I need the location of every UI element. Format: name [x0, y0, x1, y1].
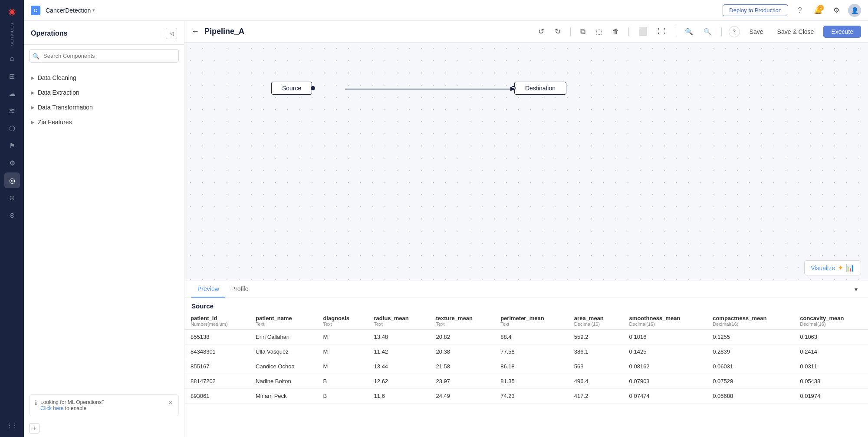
table-cell: 24.49: [430, 389, 495, 404]
chevron-down-icon: ▾: [92, 7, 95, 13]
content-area: Operations ◁ 🔍 ▶ Data Cleaning ▶ Data Ex…: [24, 21, 868, 437]
table-cell: 563: [568, 359, 623, 374]
chevron-icon: ▶: [31, 90, 34, 96]
sidebar-item-cloud[interactable]: ☁: [4, 86, 20, 101]
table-cell: 559.2: [568, 330, 623, 344]
col-texture-mean: texture_meanText: [430, 312, 495, 330]
add-operation-button[interactable]: +: [29, 423, 39, 434]
table-cell: 11.6: [368, 389, 430, 404]
table-cell: B: [317, 374, 368, 389]
table-cell: Erin Callahan: [250, 330, 317, 344]
zoom-out-button[interactable]: 🔍: [682, 26, 696, 37]
toolbar-divider-4: [721, 27, 722, 36]
preview-table-wrap[interactable]: patient_idNumber(medium) patient_nameTex…: [184, 312, 868, 437]
table-cell: 84348301: [184, 344, 250, 359]
redo-button[interactable]: ↻: [552, 25, 563, 38]
sidebar-item-home[interactable]: ⌂: [4, 51, 20, 66]
table-cell: 11.42: [368, 344, 430, 359]
table-cell: 21.58: [430, 359, 495, 374]
table-cell: 0.2839: [707, 344, 794, 359]
table-cell: 0.07529: [707, 374, 794, 389]
expand-button[interactable]: ⛶: [655, 26, 668, 38]
help-button[interactable]: ?: [729, 26, 740, 37]
preview-table: patient_idNumber(medium) patient_nameTex…: [184, 312, 868, 404]
services-sidebar: ◉ Services ⌂ ⊞ ☁ ≋ ⬡ ⚑ ⚙ ◎ ⊕ ⊛ ⋮⋮: [0, 0, 24, 437]
col-compactness-mean: compactness_meanDecimal(16): [707, 312, 794, 330]
table-cell: Ulla Vasquez: [250, 344, 317, 359]
canvas-area[interactable]: Source Destination: [184, 43, 868, 281]
tooltip-link[interactable]: Click here: [40, 405, 63, 411]
table-cell: Nadine Bolton: [250, 374, 317, 389]
source-node[interactable]: Source: [271, 82, 312, 95]
paste-button[interactable]: ⬚: [593, 26, 605, 37]
save-close-button[interactable]: Save & Close: [773, 26, 819, 37]
help-icon-button[interactable]: ?: [793, 4, 806, 17]
sidebar-item-graph[interactable]: ⬡: [4, 120, 20, 136]
zoom-in-button[interactable]: 🔍: [701, 26, 714, 37]
table-cell: 74.23: [494, 389, 568, 404]
category-label: Data Extraction: [38, 89, 79, 96]
delete-button[interactable]: 🗑: [610, 26, 621, 37]
operations-panel: Operations ◁ 🔍 ▶ Data Cleaning ▶ Data Ex…: [24, 21, 184, 437]
tab-preview[interactable]: Preview: [191, 281, 225, 298]
table-cell: 0.01974: [794, 389, 868, 404]
visualize-icon: ✦: [838, 264, 843, 272]
copy-button[interactable]: ⧉: [578, 26, 588, 38]
preview-tabs: Preview Profile ▾: [184, 281, 868, 298]
tab-profile[interactable]: Profile: [225, 281, 255, 298]
save-button[interactable]: Save: [745, 26, 768, 37]
table-row: 84348301Ulla VasquezM11.4220.3877.58386.…: [184, 344, 868, 359]
destination-handle-left[interactable]: [511, 86, 516, 90]
table-cell: 20.82: [430, 330, 495, 344]
back-button[interactable]: ←: [191, 27, 199, 36]
close-tooltip-button[interactable]: ✕: [168, 399, 173, 406]
table-cell: M: [317, 359, 368, 374]
preview-dropdown-button[interactable]: ▾: [851, 284, 861, 295]
sidebar-item-stream[interactable]: ≋: [4, 103, 20, 119]
sidebar-item-apps[interactable]: ⋮⋮: [4, 418, 20, 434]
category-label: Zia Features: [38, 119, 72, 126]
visualize-button[interactable]: Visualize ✦ 📊: [804, 260, 861, 275]
category-item-data-cleaning[interactable]: ▶ Data Cleaning: [24, 70, 184, 85]
table-cell: 0.06031: [707, 359, 794, 374]
table-cell: 496.4: [568, 374, 623, 389]
notifications-button[interactable]: 🔔 2: [812, 4, 825, 17]
toolbar-divider-2: [628, 27, 629, 36]
table-cell: Candice Ochoa: [250, 359, 317, 374]
tooltip-link-suffix: to enable: [63, 405, 86, 411]
undo-button[interactable]: ↺: [536, 25, 547, 38]
chart-icon: 📊: [846, 264, 855, 272]
sidebar-item-settings[interactable]: ⚙: [4, 155, 20, 171]
table-row: 855167Candice OchoaM13.4421.5886.185630.…: [184, 359, 868, 374]
fit-button[interactable]: ⬜: [636, 25, 650, 38]
sidebar-item-people[interactable]: ⊛: [4, 207, 20, 223]
project-name[interactable]: CancerDetection ▾: [46, 7, 95, 14]
category-item-data-transformation[interactable]: ▶ Data Transformation: [24, 100, 184, 115]
operations-title: Operations: [31, 30, 67, 37]
table-cell: 12.62: [368, 374, 430, 389]
collapse-panel-button[interactable]: ◁: [166, 28, 177, 39]
sidebar-item-flag[interactable]: ⚑: [4, 138, 20, 153]
sidebar-item-layers[interactable]: ⊞: [4, 68, 20, 84]
category-item-zia-features[interactable]: ▶ Zia Features: [24, 115, 184, 129]
sidebar-item-target[interactable]: ◎: [4, 172, 20, 188]
sidebar-item-explore[interactable]: ⊕: [4, 190, 20, 205]
table-row: 88147202Nadine BoltonB12.6223.9781.35496…: [184, 374, 868, 389]
source-handle-right[interactable]: [311, 86, 315, 90]
category-item-data-extraction[interactable]: ▶ Data Extraction: [24, 85, 184, 100]
destination-node[interactable]: Destination: [514, 82, 566, 95]
table-cell: M: [317, 330, 368, 344]
avatar[interactable]: 👤: [848, 4, 861, 17]
settings-button[interactable]: ⚙: [830, 4, 843, 17]
category-label: Data Transformation: [38, 104, 93, 111]
execute-button[interactable]: Execute: [823, 26, 861, 38]
deploy-button[interactable]: Deploy to Production: [723, 4, 788, 16]
col-area-mean: area_meanDecimal(16): [568, 312, 623, 330]
search-input[interactable]: [29, 49, 179, 63]
search-box: 🔍: [29, 49, 179, 63]
tooltip-text: Looking for ML Operations?: [40, 399, 105, 405]
col-concavity-mean: concavity_meanDecimal(16): [794, 312, 868, 330]
visualize-label: Visualize: [811, 265, 835, 271]
table-cell: 893061: [184, 389, 250, 404]
col-smoothness-mean: smoothness_meanDecimal(16): [623, 312, 707, 330]
